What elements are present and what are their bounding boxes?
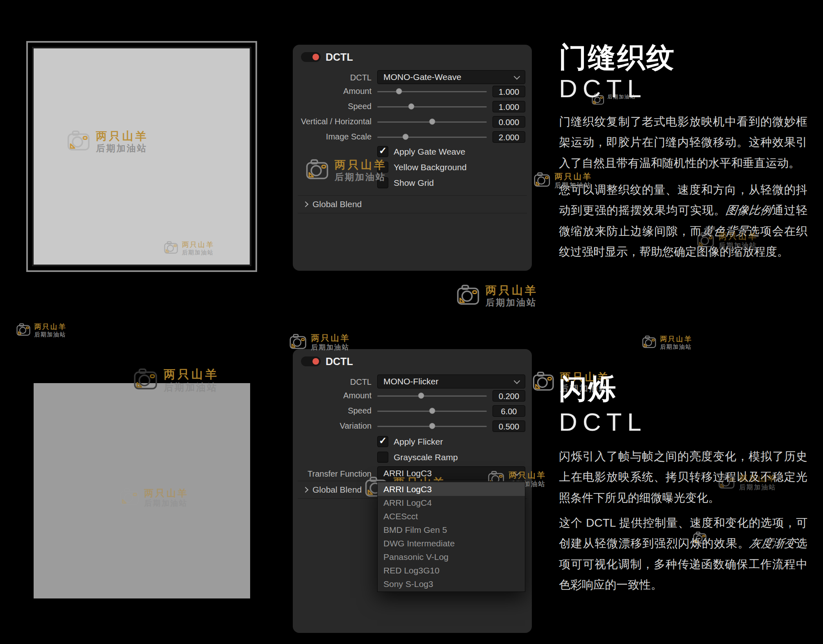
watermark-sub-text: 后期加油站 xyxy=(144,498,189,508)
slider-thumb[interactable] xyxy=(418,393,424,399)
watermark: 两只山羊 后期加油站 xyxy=(642,336,693,350)
dropdown-option[interactable]: ARRI LogC4 xyxy=(378,496,525,509)
watermark-sub-text: 后期加油站 xyxy=(164,381,219,393)
dropdown-option[interactable]: RED Log3G10 xyxy=(378,564,525,577)
panel-title: DCTL xyxy=(326,356,353,368)
watermark: 两只山羊 后期加油站 xyxy=(718,474,777,491)
watermark-brand-text: 两只山羊 xyxy=(486,285,538,297)
slider-thumb[interactable] xyxy=(408,103,414,110)
camera-logo-icon xyxy=(67,130,91,153)
dctl-select-value: MONO-Gate-Weave xyxy=(383,72,461,82)
plugin-enable-toggle[interactable] xyxy=(301,356,321,366)
watermark: 两只山羊 后期加油站 xyxy=(134,368,219,393)
watermark-sub-text: 后期加油站 xyxy=(554,181,592,190)
watermark: 两只山羊 后期加油站 xyxy=(16,323,67,338)
dropdown-option[interactable]: Sony S-Log3 xyxy=(378,577,525,591)
dropdown-option[interactable]: Panasonic V-Log xyxy=(378,550,525,564)
preview-image-gate-weave xyxy=(26,41,257,272)
section-paragraph: 您可以调整织纹的量、速度和方向，从轻微的抖动到更强的摇摆效果均可实现。 图像比例… xyxy=(559,180,807,263)
dctl-panel-gate-weave: DCTL DCTL MONO-Gate-Weave Amount 1.000 S… xyxy=(293,45,532,271)
toggle-on-dot xyxy=(312,358,319,365)
slider-track xyxy=(377,137,487,138)
slider-label: Vertical / Horizontal xyxy=(293,117,372,126)
section-title-gate-weave: 门缝织纹 xyxy=(559,39,675,76)
image-scale-slider[interactable] xyxy=(377,131,487,143)
section-subtitle: DCTL xyxy=(559,407,647,436)
section-paragraph: 这个 DCTL 提供控制量、速度和变化的选项，可创建从轻微漂移到强烈闪烁的效果。… xyxy=(559,513,807,596)
dctl-select[interactable]: MONO-Flicker xyxy=(377,375,525,388)
chevron-right-icon xyxy=(303,201,308,207)
slider-thumb[interactable] xyxy=(429,119,435,125)
speed-value[interactable]: 6.00 xyxy=(492,405,525,417)
watermark-brand-text: 两只山羊 xyxy=(660,336,692,343)
camera-logo-icon xyxy=(534,172,551,188)
dctl-panel-flicker: DCTL DCTL MONO-Flicker Amount 0.200 Spee… xyxy=(293,349,532,633)
transfer-function-dropdown-list: ARRI LogC3 ARRI LogC4 ACEScct BMD Film G… xyxy=(377,481,525,592)
amount-slider[interactable] xyxy=(377,390,487,402)
dctl-select[interactable]: MONO-Gate-Weave xyxy=(377,70,525,84)
watermark-sub-text: 后期加油站 xyxy=(96,143,148,155)
checkbox-label: Grayscale Ramp xyxy=(394,452,458,462)
apply-flicker-checkbox[interactable] xyxy=(377,436,388,447)
slider-label: Variation xyxy=(293,421,372,431)
dropdown-option[interactable]: BMD Film Gen 5 xyxy=(378,523,525,537)
dctl-select-label: DCTL xyxy=(293,73,372,82)
camera-logo-icon xyxy=(306,159,330,181)
dropdown-option[interactable]: ARRI LogC3 xyxy=(378,482,525,496)
watermark: 两只山羊 后期加油站 xyxy=(457,285,538,308)
camera-logo-icon xyxy=(290,334,308,351)
slider-thumb[interactable] xyxy=(429,408,435,414)
slider-label: Amount xyxy=(293,391,372,400)
variation-slider[interactable] xyxy=(377,420,487,432)
amount-slider[interactable] xyxy=(377,86,487,97)
dropdown-option[interactable]: DWG Intermediate xyxy=(378,537,525,550)
watermark-brand-text: 两只山羊 xyxy=(554,172,592,181)
camera-logo-icon xyxy=(718,474,736,490)
variation-value[interactable]: 0.500 xyxy=(492,420,525,432)
watermark-sub-text: 后期加油站 xyxy=(311,343,351,352)
speed-slider[interactable] xyxy=(377,101,487,112)
camera-logo-icon xyxy=(134,368,159,392)
section-paragraph: 门缝织纹复制了老式电影放映机中看到的微妙框架运动，即胶片在门缝内轻微移动。这种效… xyxy=(559,112,807,174)
watermark-brand-text: 两只山羊 xyxy=(144,488,189,498)
divider xyxy=(298,195,527,196)
watermark-brand-text: 两只山羊 xyxy=(96,130,148,143)
page: DCTL DCTL MONO-Gate-Weave Amount 1.000 S… xyxy=(0,0,823,644)
camera-logo-icon xyxy=(120,488,140,507)
watermark: 两只山羊 后期加油站 xyxy=(67,130,148,154)
watermark-brand-text: 两只山羊 xyxy=(34,323,66,331)
preview-image-gate-weave-canvas xyxy=(32,47,251,266)
watermark: 两只山羊 后期加油站 xyxy=(534,172,593,190)
watermark: 两只山羊 后期加油站 xyxy=(290,334,351,352)
image-scale-value[interactable]: 2.000 xyxy=(492,131,525,143)
slider-thumb[interactable] xyxy=(403,134,409,140)
speed-slider[interactable] xyxy=(377,405,487,417)
vertical-horizontal-value[interactable]: 0.000 xyxy=(492,116,525,128)
watermark-brand-text: 两只山羊 xyxy=(335,159,387,171)
camera-logo-icon xyxy=(457,285,481,307)
checkbox-label: Apply Flicker xyxy=(394,437,443,447)
slider-thumb[interactable] xyxy=(429,423,435,429)
chevron-right-icon xyxy=(303,487,308,493)
amount-value[interactable]: 0.200 xyxy=(492,390,525,402)
amount-value[interactable]: 1.000 xyxy=(492,86,525,97)
vertical-horizontal-slider[interactable] xyxy=(377,116,487,128)
checkbox-label: Yellow Background xyxy=(394,162,467,172)
slider-track xyxy=(377,91,487,92)
watermark-brand-text: 两只山羊 xyxy=(164,368,219,381)
global-blend-section[interactable]: Global Blend xyxy=(312,199,362,209)
global-blend-section[interactable]: Global Blend xyxy=(312,485,362,495)
grayscale-ramp-checkbox[interactable] xyxy=(377,452,388,463)
dropdown-option[interactable]: ACEScct xyxy=(378,509,525,523)
transfer-function-label: Transfer Function xyxy=(293,469,372,479)
panel-title: DCTL xyxy=(326,51,353,63)
slider-thumb[interactable] xyxy=(396,88,402,94)
chevron-down-icon xyxy=(514,377,520,384)
camera-logo-icon xyxy=(533,372,555,393)
apply-gate-weave-checkbox[interactable] xyxy=(377,146,388,157)
slider-track xyxy=(377,106,487,107)
speed-value[interactable]: 1.000 xyxy=(492,101,525,112)
watermark-sub-text: 后期加油站 xyxy=(34,331,66,338)
plugin-enable-toggle[interactable] xyxy=(301,52,321,62)
slider-label: Image Scale xyxy=(293,132,372,142)
